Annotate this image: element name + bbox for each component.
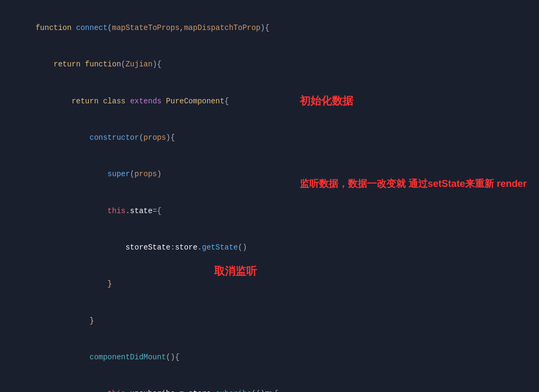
code-line-3: return class extends PureComponent{ [0, 83, 539, 119]
code-line-7: storeState:store.getState() [0, 229, 539, 266]
code-line-2: return function(Zujian){ [0, 46, 539, 82]
code-line-11: this.unsubcribe = store.subcribe(()=>{ [0, 375, 539, 392]
code-lines: function connect(mapStateToProps,mapDisp… [0, 5, 539, 392]
code-line-5: super(props) [0, 156, 539, 192]
code-line-9: } [0, 303, 539, 339]
code-editor: function connect(mapStateToProps,mapDisp… [0, 0, 539, 392]
code-line-10: componentDidMount(){ [0, 339, 539, 375]
code-line-4: constructor(props){ [0, 119, 539, 156]
code-line-8: } [0, 266, 539, 302]
code-line-1: function connect(mapStateToProps,mapDisp… [0, 10, 539, 46]
code-line-6: this.state={ [0, 193, 539, 229]
